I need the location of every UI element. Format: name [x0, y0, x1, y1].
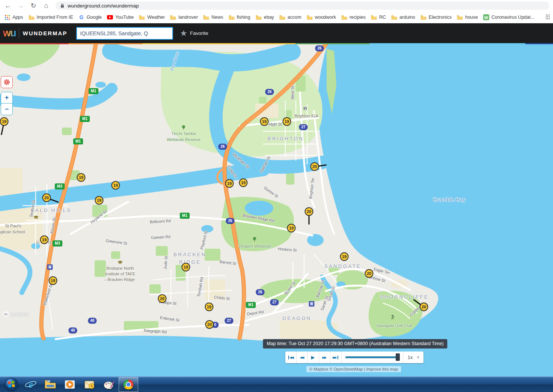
speed-select[interactable]: 1x ▾: [403, 351, 423, 363]
skip-end-button[interactable]: ▶▶: [330, 351, 342, 363]
bookmark-label: News: [211, 15, 223, 20]
folder-icon: [307, 14, 313, 20]
bookmark-ebay[interactable]: ebay: [256, 14, 274, 20]
favorite-button[interactable]: ★ Favorite: [180, 29, 208, 38]
bookmark-youtube[interactable]: YouTube: [107, 14, 134, 20]
bookmark-label: Weather: [147, 15, 165, 20]
station-marker[interactable]: 19: [287, 224, 296, 233]
slider-handle[interactable]: [396, 353, 400, 361]
station-marker[interactable]: 20: [305, 207, 313, 216]
bookmark-label: recipies: [350, 15, 366, 20]
station-marker[interactable]: 20: [158, 294, 167, 303]
station-marker[interactable]: 19: [95, 196, 104, 205]
station-marker[interactable]: 19: [225, 179, 234, 188]
bookmark-label: landrover: [178, 15, 198, 20]
map-terrain: [0, 44, 553, 376]
bookmark-label: RC: [379, 15, 386, 20]
station-marker[interactable]: 20: [365, 269, 374, 278]
bookmark-label: accom: [288, 15, 301, 20]
taskbar-paint-button[interactable]: [99, 377, 119, 392]
station-marker[interactable]: 19: [283, 117, 291, 126]
svg-text:G: G: [79, 14, 83, 20]
mapbox-logo[interactable]: m mapbox: [3, 311, 29, 317]
zoom-out-button[interactable]: −: [1, 104, 12, 115]
bookmark-news[interactable]: News: [203, 14, 223, 20]
svg-text:e: e: [29, 379, 33, 390]
favorite-label: Favorite: [190, 30, 208, 36]
back-button[interactable]: ←: [3, 1, 13, 11]
folder-icon: [29, 14, 35, 20]
reload-button[interactable]: ↻: [29, 1, 38, 11]
taskbar-chrome-button[interactable]: [119, 377, 138, 392]
station-marker[interactable]: 19: [112, 181, 120, 190]
taskbar-explorer-button[interactable]: [41, 377, 60, 392]
bookmark-house[interactable]: house: [457, 14, 478, 20]
play-button[interactable]: ▶: [308, 351, 319, 363]
bookmark-label: fishing: [237, 15, 250, 20]
station-marker[interactable]: 19: [340, 252, 349, 261]
station-marker[interactable]: 19: [260, 117, 269, 126]
slider-track[interactable]: [345, 356, 399, 358]
station-marker[interactable]: 20: [42, 194, 51, 202]
station-marker[interactable]: 19: [49, 276, 57, 285]
bookmark-label: Google: [87, 15, 102, 20]
map-canvas[interactable]: [0, 44, 553, 376]
bookmark-rc[interactable]: RC: [371, 14, 386, 20]
apps-icon: [4, 14, 10, 20]
youtube-icon: [107, 14, 113, 20]
station-marker[interactable]: 19: [40, 236, 49, 244]
bookmark-weather[interactable]: Weather: [139, 14, 165, 20]
station-marker[interactable]: 19: [0, 117, 9, 126]
station-marker[interactable]: 19: [205, 303, 214, 311]
folder-icon: [139, 14, 145, 20]
bookmark-google[interactable]: GGoogle: [78, 14, 102, 20]
bookmark-label: woodwork: [315, 15, 336, 20]
bookmark-imported-from-ie[interactable]: Imported From IE: [29, 14, 73, 20]
bookmarks-overflow-icon[interactable]: [545, 14, 551, 20]
header-divider: [19, 29, 19, 38]
bookmark-recipies[interactable]: recipies: [341, 14, 366, 20]
folder-icon: [203, 14, 209, 20]
folder-icon: [256, 14, 262, 20]
station-marker[interactable]: 19: [239, 179, 248, 187]
station-marker[interactable]: 19: [182, 263, 190, 272]
station-marker[interactable]: 20: [310, 162, 319, 171]
bookmark-fishing[interactable]: fishing: [229, 14, 250, 20]
folder-icon: [371, 14, 377, 20]
fast-forward-button[interactable]: ▶▶: [319, 351, 330, 363]
home-button[interactable]: ⌂: [41, 1, 51, 11]
bookmark-coronavirus-updat-[interactable]: WCoronavirus Updat...: [483, 14, 535, 20]
bookmark-woodwork[interactable]: woodwork: [307, 14, 336, 20]
brand-title: WUNDERMAP: [23, 30, 68, 36]
map-attribution[interactable]: © Mapbox © OpenStreetMap | Improve this …: [306, 366, 401, 372]
bookmark-landrover[interactable]: landrover: [170, 14, 198, 20]
bookmark-label: Apps: [12, 15, 23, 20]
location-search-input[interactable]: [76, 27, 173, 40]
map-settings-button[interactable]: [1, 76, 13, 88]
station-marker[interactable]: 19: [77, 173, 86, 182]
forward-button: →: [16, 1, 26, 11]
timeline-slider[interactable]: [342, 351, 403, 363]
taskbar-outlook-button[interactable]: [80, 377, 99, 392]
station-marker[interactable]: 20: [205, 320, 214, 329]
bookmark-accom[interactable]: accom: [279, 14, 301, 20]
wundermap-header: wu WUNDERMAP ★ Favorite: [0, 23, 553, 43]
star-icon: ★: [180, 29, 187, 38]
bookmark-electronics[interactable]: Electronics: [420, 14, 452, 20]
url-bar[interactable]: wunderground.com/wundermap: [56, 2, 549, 10]
taskbar-media-player-button[interactable]: [60, 377, 80, 392]
zoom-in-button[interactable]: +: [1, 92, 12, 104]
windows-taskbar: e: [0, 376, 553, 392]
skip-start-button[interactable]: ◀◀: [285, 351, 297, 363]
folder-icon: [391, 14, 397, 20]
rewind-button[interactable]: ◀◀: [297, 351, 308, 363]
url-text[interactable]: wunderground.com/wundermap: [68, 3, 139, 9]
bookmark-apps[interactable]: Apps: [4, 14, 23, 20]
wu-logo-icon[interactable]: wu: [3, 27, 16, 39]
taskbar-start-button[interactable]: [2, 377, 21, 392]
station-marker[interactable]: 20: [420, 303, 428, 311]
bookmarks-bar: AppsImported From IEGGoogleYouTubeWeathe…: [0, 11, 553, 23]
taskbar-ie-button[interactable]: e: [21, 377, 41, 392]
bookmark-arduino[interactable]: arduino: [391, 14, 415, 20]
bookmark-label: house: [465, 15, 478, 20]
